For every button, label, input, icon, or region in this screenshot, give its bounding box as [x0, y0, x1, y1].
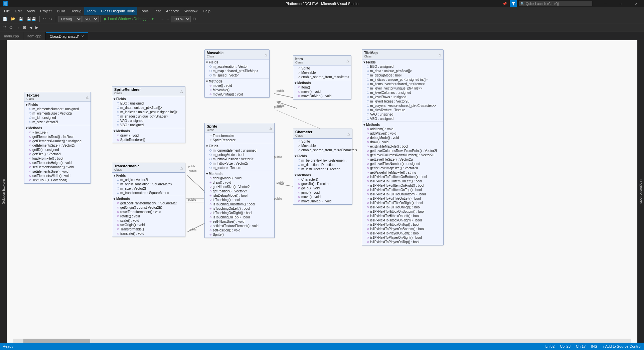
run-btn[interactable]: ▶ Local Windows Debugger ▼ [103, 15, 156, 23]
sr-field-3: ⬡m_indices : unique_ptr<unsigned int[]> [112, 110, 185, 114]
char-method-3: ⊙goTo() : void [293, 186, 352, 190]
menu-build[interactable]: Build [54, 7, 68, 15]
maximize-button[interactable]: □ [613, 0, 629, 7]
search-placeholder[interactable]: Quick Launch (Ctrl+Q) [526, 2, 559, 6]
menu-tools[interactable]: Tools [137, 7, 151, 15]
menu-help[interactable]: Help [200, 7, 213, 15]
uml-sprite: Sprite Class △ ↗Transformable ↗SpriteRen… [204, 123, 275, 238]
scrollbar-thumb[interactable] [23, 339, 90, 343]
texture-field-4: ⬡m_size : Vector2i [24, 120, 91, 124]
menu-analyze[interactable]: Analyze [163, 7, 182, 15]
texture-method-2: ⊙getElementsRect() : IntRect [24, 135, 91, 139]
status-ready: Ready [3, 344, 13, 348]
open-btn[interactable]: 📂 [9, 15, 17, 23]
mv-field-3: ⬡m_speed : Vector [205, 73, 269, 77]
texture-method-10: ⊙setElementsSize() : void [24, 169, 91, 174]
menu-file[interactable]: File [1, 7, 13, 15]
char-inherits-section: ↗Sprite ↗Moveable ↗enable_shared_from_th… [293, 139, 352, 153]
tab-main[interactable]: main.cpp [0, 32, 23, 40]
tm-method-21: ⊙is1PxNextToHitboxOnLeft() : bool [362, 214, 443, 218]
filter-icon[interactable] [510, 0, 517, 7]
tr-field-3: ⬡m_size : Vector2f [112, 186, 185, 191]
scrollbar-bottom[interactable] [13, 339, 631, 343]
status-source-control[interactable]: ↑ Add to Source Control [603, 344, 641, 348]
tr-method-1: ⊙getLocalTransformation() : SquareMat... [112, 201, 185, 205]
sprite-classname: Sprite [207, 124, 217, 128]
sprite-method-14: ⊙Sprite() [205, 232, 274, 237]
character-expand[interactable]: △ [347, 132, 350, 136]
tab-item[interactable]: Item.cpp [23, 32, 46, 40]
texture-methods-section: ▾Methods ⊙~Texture() ⊙getElementsRect() … [24, 125, 91, 183]
cd-tool3[interactable]: ↔ [15, 24, 21, 31]
tm-field-8: ⬡m_levelRows : unsigned [362, 95, 443, 99]
diagnostic-tools-handle[interactable]: Diagnostic Tools [637, 40, 644, 343]
new-project-btn[interactable]: 📄 [1, 15, 9, 23]
menu-debug[interactable]: Debug [68, 7, 84, 15]
tr-method-7: ⊙Transformable() [112, 227, 185, 231]
zoom-out-btn[interactable]: − [160, 15, 165, 23]
undo-btn[interactable]: ↩ [42, 15, 47, 23]
tm-fields-header: ▾Fields [362, 60, 443, 64]
transformable-expand[interactable]: △ [180, 166, 183, 170]
cd-forward[interactable]: ▶ [34, 24, 39, 31]
sr-fields-section: ▾Fields ⬡EBO : unsigned ⬡m_data : unique… [112, 96, 185, 128]
texture-expand[interactable]: △ [86, 95, 89, 99]
menu-window[interactable]: Window [182, 7, 200, 15]
sr-methods-section: ▾Methods ⊙draw() : void ⊙SpriteRenderer(… [112, 128, 185, 143]
fit-btn[interactable]: ⊡ [191, 15, 197, 23]
menu-classdiagram[interactable]: Class Diagram Tools [98, 7, 137, 15]
moveable-expand[interactable]: △ [265, 53, 267, 56]
tm-method-16: ⊙is1PxNextToFullTileOnBottom() : bool [362, 192, 443, 196]
tm-method-26: ⊙is1PxNextToPlayerOnRight() : bool [362, 235, 443, 240]
sprite-expand[interactable]: △ [270, 126, 272, 130]
texture-header: Texture Class △ [24, 92, 91, 102]
texture-method-5: ⊙getID() : unsigned [24, 148, 91, 152]
tm-method-23: ⊙is1PxNextToHitboxOnTop() : bool [362, 222, 443, 227]
svg-line-3 [187, 175, 207, 194]
spriterenderer-expand[interactable]: △ [180, 90, 183, 93]
tab-cd-close[interactable]: ✕ [81, 34, 84, 38]
solution-explorer-handle[interactable]: Solution Explorer [0, 40, 7, 343]
config-dropdown[interactable]: Debug Release [58, 16, 82, 22]
tm-method-17: ⊙is1PxNextToFullTileOnLeft() : bool [362, 196, 443, 201]
sprite-inherit-1: ↗Transformable [205, 134, 274, 138]
sprite-method-5: ⊙isInDebugMode() : bool [205, 193, 274, 198]
zoom-in-btn[interactable]: + [166, 15, 170, 23]
sprite-method-2: ⊙draw() : void [205, 180, 274, 185]
menu-edit[interactable]: Edit [13, 7, 24, 15]
status-left: Ready [3, 344, 13, 348]
titlebar: Platformer2DGLFW - Microsoft Visual Stud… [0, 0, 644, 7]
tm-method-13: ⊙is1PxNextToFullItemOnLeft() : bool [362, 179, 443, 183]
cd-back[interactable]: ◀ [28, 24, 33, 31]
canvas-area[interactable]: public public public public public [7, 40, 637, 343]
menu-view[interactable]: View [24, 7, 38, 15]
tab-classdiagram[interactable]: ClassDiagram.cd* ✕ [46, 32, 88, 40]
window-controls: ─ □ ✕ [598, 0, 644, 7]
pin-icon[interactable]: 📌 [501, 0, 508, 7]
tilemap-expand[interactable]: △ [439, 53, 441, 56]
sr-method-2: ⊙SpriteRenderer() [112, 138, 185, 142]
item-expand[interactable]: △ [346, 59, 349, 62]
texture-method-1: ⊙~Texture() [24, 130, 91, 135]
cd-tool1[interactable]: ⬚ [1, 24, 7, 31]
char-field-3: ⬡m_lastDirection : Direction [293, 167, 352, 171]
tr-field-1: ⬡m_origin : Vector2f [112, 178, 185, 182]
menu-test[interactable]: Test [151, 7, 163, 15]
menu-team[interactable]: Team [84, 7, 99, 15]
save-btn[interactable]: 💾 [17, 15, 25, 23]
zoom-dropdown[interactable]: 100% 75% 125% [171, 16, 191, 22]
transformable-header: Transformable Class △ [112, 163, 185, 173]
char-method-6: ⊙moveOnMap() : void [293, 199, 352, 203]
minimize-button[interactable]: ─ [598, 0, 613, 7]
tm-field-7: ⬡m_levelColumns : unsigned [362, 91, 443, 95]
close-button[interactable]: ✕ [629, 0, 644, 7]
cd-tool4[interactable]: ⊞ [22, 24, 27, 31]
redo-btn[interactable]: ↪ [48, 15, 54, 23]
platform-dropdown[interactable]: x86 x64 [83, 16, 99, 22]
menu-project[interactable]: Project [37, 7, 54, 15]
cd-tool2[interactable]: ⬡ [8, 24, 14, 31]
save-all-btn[interactable]: 💾💾 [25, 15, 37, 23]
texture-method-8: ⊙setElementsHeight() : void [24, 161, 91, 165]
main-layout: Solution Explorer public public public p… [0, 40, 644, 343]
uml-character: Character Class △ ↗Sprite ↗Moveable ↗ena… [293, 129, 352, 205]
